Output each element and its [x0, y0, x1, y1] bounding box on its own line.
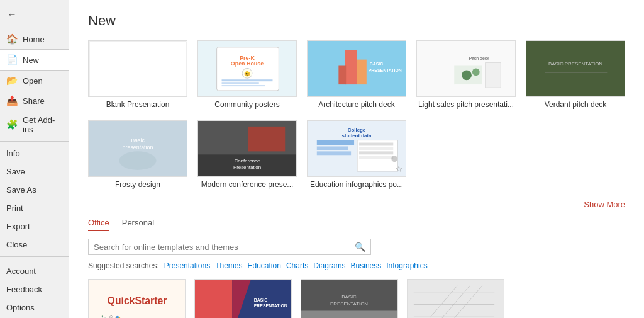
sidebar-item-share[interactable]: 📤Share	[0, 91, 69, 111]
sidebar-label-export: Export	[6, 222, 30, 231]
svg-text:Pitch deck: Pitch deck	[469, 55, 489, 60]
suggested-tag-infographics[interactable]: Infographics	[386, 261, 427, 270]
svg-text:presentation: presentation	[123, 145, 153, 151]
svg-rect-44	[359, 152, 393, 155]
template-label-modern: Modern conference prese...	[201, 180, 294, 190]
template-item-verdant[interactable]: BASIC PRESENTATION Verdant pitch deck	[526, 40, 625, 110]
sidebar-mid: InfoSaveSave AsPrintExportClose	[0, 141, 69, 256]
back-button[interactable]: ←	[0, 5, 69, 23]
sidebar-bottom-item-account[interactable]: Account	[0, 262, 69, 280]
suggested-tag-charts[interactable]: Charts	[286, 261, 308, 270]
svg-point-46	[391, 156, 397, 162]
svg-text:Basic: Basic	[131, 137, 145, 144]
template-item-light-sales[interactable]: Pitch deck Light sales pitch presentati.…	[416, 40, 516, 110]
sidebar-bottom-item-options[interactable]: Options	[0, 298, 69, 317]
preview-item-basic-blue[interactable]: BASICPRESENTATION	[194, 279, 292, 318]
template-label-verdant: Verdant pitch deck	[545, 100, 607, 110]
sidebar-label-save: Save	[6, 167, 25, 176]
search-bar[interactable]: 🔍	[88, 239, 371, 255]
template-item-modern[interactable]: Conference Presentation Modern conferenc…	[197, 120, 297, 190]
sidebar-icon-new: 📄	[6, 54, 18, 65]
sidebar-item-save[interactable]: Save	[0, 162, 69, 181]
main-content: New Blank Presentation Pre-K Open House …	[69, 0, 644, 318]
preview-item-architecture2[interactable]: BASIC PRESENTATION	[407, 279, 504, 318]
svg-rect-9	[222, 82, 259, 84]
page-title: New	[88, 13, 625, 29]
svg-rect-13	[357, 59, 367, 84]
sidebar-bottom: AccountFeedbackOptions	[0, 256, 69, 318]
sidebar-item-home[interactable]: 🏠Home	[0, 29, 69, 49]
template-item-architecture[interactable]: BASIC PRESENTATION Architecture pitch de…	[307, 40, 406, 110]
sidebar-nav: 🏠Home📄New📂Open📤Share🧩Get Add-ins	[0, 26, 69, 141]
sidebar-bottom-label-options: Options	[6, 303, 35, 312]
svg-text:Open House: Open House	[231, 60, 264, 67]
template-item-blank[interactable]: Blank Presentation	[88, 40, 187, 110]
search-button[interactable]: 🔍	[355, 242, 365, 252]
sidebar-label-share: Share	[23, 96, 45, 106]
suggested-tag-diagrams[interactable]: Diagrams	[313, 261, 345, 270]
sidebar-label-save-as: Save As	[6, 185, 36, 195]
sidebar-bottom-label-account: Account	[6, 266, 36, 276]
sidebar-item-info[interactable]: Info	[0, 144, 69, 162]
svg-rect-45	[359, 156, 393, 159]
template-thumb-light-sales: Pitch deck	[416, 40, 516, 97]
sidebar-item-print[interactable]: Print	[0, 199, 69, 217]
tabs-bar: OfficePersonal	[88, 218, 625, 231]
template-thumb-blank	[88, 40, 187, 97]
template-label-blank: Blank Presentation	[106, 100, 170, 110]
svg-text:BASIC: BASIC	[370, 62, 384, 66]
preview-item-basic-light[interactable]: BASICPRESENTATION	[301, 279, 398, 318]
sidebar-icon-open: 📂	[6, 75, 18, 86]
sidebar-label-home: Home	[23, 35, 45, 44]
template-item-frosty[interactable]: Basic presentation Frosty design	[88, 120, 187, 190]
svg-text:BASIC: BASIC	[341, 293, 357, 299]
sidebar-item-export[interactable]: Export	[0, 217, 69, 236]
sidebar-bottom-label-feedback: Feedback	[6, 285, 42, 294]
suggested-tag-business[interactable]: Business	[351, 261, 382, 270]
suggested-tag-presentations[interactable]: Presentations	[164, 261, 210, 270]
sidebar-bottom-item-feedback[interactable]: Feedback	[0, 280, 69, 298]
template-item-education[interactable]: College student data ☆Education infograp…	[307, 120, 406, 190]
template-thumb-verdant: BASIC PRESENTATION	[526, 40, 625, 97]
suggested-label: Suggested searches:	[88, 261, 159, 270]
svg-rect-12	[345, 50, 357, 84]
svg-text:BASIC: BASIC	[254, 297, 267, 302]
template-item-community[interactable]: Pre-K Open House 😊 Community posters	[197, 40, 297, 110]
suggested-searches: Suggested searches:PresentationsThemesEd…	[88, 261, 625, 270]
svg-text:BASIC PRESENTATION: BASIC PRESENTATION	[548, 61, 602, 67]
svg-rect-43	[359, 147, 393, 150]
back-icon: ←	[6, 9, 18, 20]
svg-rect-22	[486, 62, 501, 87]
show-more-button[interactable]: Show More	[88, 200, 625, 209]
suggested-tag-themes[interactable]: Themes	[215, 261, 242, 270]
svg-rect-10	[222, 85, 265, 86]
suggested-tag-education[interactable]: Education	[248, 261, 281, 270]
svg-rect-42	[359, 143, 393, 146]
search-input[interactable]	[94, 242, 355, 252]
svg-rect-0	[89, 41, 187, 97]
sidebar-item-new[interactable]: 📄New	[0, 49, 69, 71]
template-thumb-architecture: BASIC PRESENTATION	[307, 40, 406, 97]
svg-rect-38	[317, 140, 354, 145]
sidebar-item-open[interactable]: 📂Open	[0, 71, 69, 91]
sidebar-item-save-as[interactable]: Save As	[0, 181, 69, 199]
sidebar-label-print: Print	[6, 203, 23, 213]
sidebar-icon-share: 📤	[6, 95, 18, 106]
tab-personal[interactable]: Personal	[122, 218, 154, 231]
preview-item-quickstarter[interactable]: QuickStarter🗽 🏛 🎭	[88, 279, 186, 318]
svg-point-20	[462, 70, 472, 80]
preview-grid: QuickStarter🗽 🏛 🎭BASICPRESENTATIONBASICP…	[88, 279, 625, 318]
template-grid: Blank Presentation Pre-K Open House 😊 Co…	[88, 40, 625, 190]
svg-rect-60	[301, 310, 397, 318]
tab-office[interactable]: Office	[88, 218, 109, 231]
template-label-community: Community posters	[214, 100, 279, 110]
svg-text:student data: student data	[342, 133, 372, 139]
sidebar: ← 🏠Home📄New📂Open📤Share🧩Get Add-ins InfoS…	[0, 0, 69, 318]
sidebar-item-get-addins[interactable]: 🧩Get Add-ins	[0, 111, 69, 139]
svg-rect-32	[248, 127, 285, 151]
sidebar-item-close[interactable]: Close	[0, 236, 69, 254]
svg-rect-40	[317, 152, 351, 156]
star-icon: ☆	[395, 164, 403, 174]
sidebar-label-info: Info	[6, 149, 20, 158]
svg-rect-23	[526, 41, 625, 97]
